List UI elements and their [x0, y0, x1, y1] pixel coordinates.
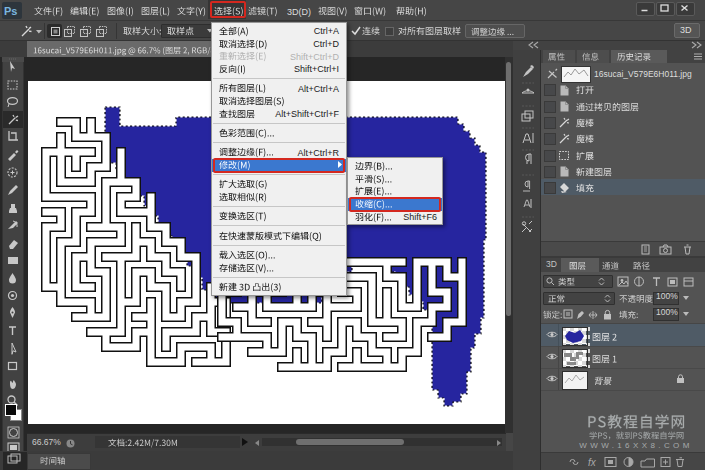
svg-text:fx: fx	[588, 457, 597, 468]
